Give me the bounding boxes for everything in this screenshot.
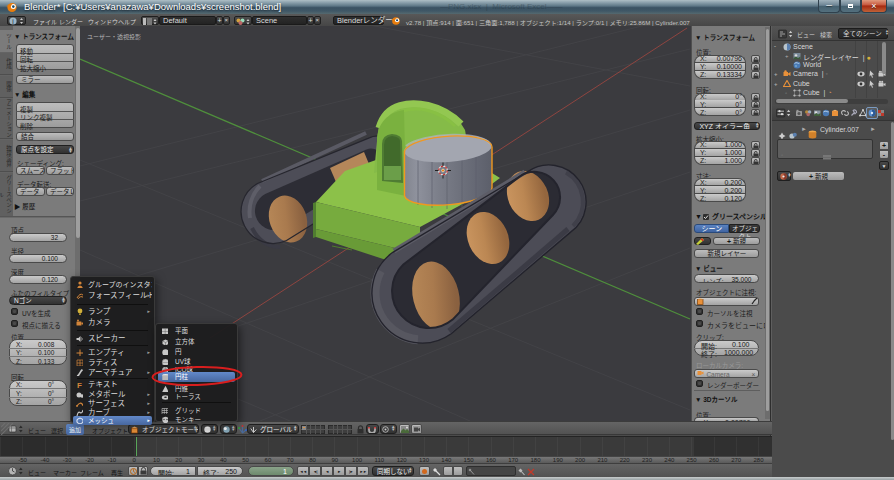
- svg-text:i: i: [12, 18, 13, 25]
- svg-text:F: F: [77, 381, 82, 388]
